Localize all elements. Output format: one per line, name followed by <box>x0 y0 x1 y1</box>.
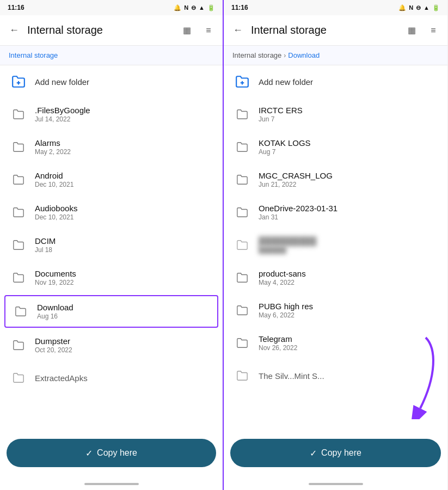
folder-date-audiobooks: Dec 10, 2021 <box>35 213 77 221</box>
folder-date-dumpster: Oct 20, 2022 <box>35 346 72 354</box>
folder-blurred[interactable]: ██████████ ██████ <box>224 229 447 261</box>
home-bar-left <box>84 483 139 485</box>
folder-date-onedrive: Jan 31 <box>259 213 337 221</box>
folder-icon-irctcers <box>232 105 252 124</box>
folder-name-onedrive: OneDrive-2023-01-31 <box>259 204 337 213</box>
folder-info-documents: Documents Nov 19, 2022 <box>35 269 76 286</box>
page-title-left: Internal storage <box>24 24 177 36</box>
folder-icon-android <box>9 170 28 189</box>
folder-name-download: Download <box>37 303 73 312</box>
battery-icon: 🔋 <box>207 4 215 11</box>
folder-kotaklogs[interactable]: KOTAK LOGS Aug 7 <box>224 131 447 163</box>
copy-here-button-left[interactable]: ✓ Copy here <box>7 439 216 467</box>
home-indicator-left <box>0 478 223 490</box>
folder-icon-alarms <box>9 137 28 157</box>
dnd-icon: ⊖ <box>191 4 196 11</box>
folder-android[interactable]: Android Dec 10, 2021 <box>0 163 223 196</box>
folder-filesbygogle[interactable]: .FilesByGoogle Jul 14, 2022 <box>0 98 223 131</box>
folder-onedrive[interactable]: OneDrive-2023-01-31 Jan 31 <box>224 196 447 229</box>
copy-label-left: Copy here <box>97 448 137 458</box>
add-folder-item-right[interactable]: Add new folder <box>224 65 447 98</box>
status-bar-left: 11:16 🔔 N ⊖ ▲ 🔋 <box>0 0 223 15</box>
folder-documents[interactable]: Documents Nov 19, 2022 <box>0 261 223 294</box>
sort-button-right[interactable]: ≡ <box>424 21 443 40</box>
folder-icon-mgccrashlog <box>232 170 252 189</box>
breadcrumb-left: Internal storage <box>0 46 223 65</box>
folder-info-dcim: DCIM Jul 18 <box>35 236 56 254</box>
folder-name-thesilv: The Silv...Mint S... <box>259 371 324 381</box>
grid-view-button-left[interactable]: ▦ <box>177 21 197 40</box>
folder-date-dcim: Jul 18 <box>35 246 56 254</box>
back-button-left[interactable]: ← <box>4 21 24 40</box>
folder-info-download: Download Aug 16 <box>37 303 73 320</box>
copy-here-button-right[interactable]: ✓ Copy here <box>230 439 441 467</box>
folder-info-mgccrashlog: MGC_CRASH_LOG Jun 21, 2022 <box>259 171 333 188</box>
folder-alarms[interactable]: Alarms May 2, 2022 <box>0 131 223 163</box>
folder-extractedapks[interactable]: ExtractedApks <box>0 362 223 394</box>
folder-name-dumpster: Dumpster <box>35 336 72 346</box>
folder-info-extractedapks: ExtractedApks <box>35 373 88 383</box>
folder-dcim[interactable]: DCIM Jul 18 <box>0 229 223 261</box>
folder-icon-documents <box>9 268 28 287</box>
wifi-icon: ▲ <box>199 4 205 11</box>
status-bar-right: 11:16 🔔 N ⊖ ▲ 🔋 <box>224 0 447 15</box>
folder-audiobooks[interactable]: Audiobooks Dec 10, 2021 <box>0 196 223 229</box>
folder-info-kotaklogs: KOTAK LOGS Aug 7 <box>259 138 311 156</box>
add-folder-info-right: Add new folder <box>259 77 313 87</box>
folder-name-blurred: ██████████ <box>259 236 316 246</box>
folder-icon-filesbygogle <box>9 105 28 124</box>
sort-button-left[interactable]: ≡ <box>199 21 218 40</box>
alarm-icon: 🔔 <box>174 4 181 11</box>
folder-irctcers[interactable]: IRCTC ERS Jun 7 <box>224 98 447 131</box>
folder-download[interactable]: Download Aug 16 <box>4 295 218 328</box>
wifi-icon-right: ▲ <box>424 4 429 11</box>
home-indicator-right <box>224 478 447 490</box>
folder-name-kotaklogs: KOTAK LOGS <box>259 138 311 148</box>
folder-pubghighres[interactable]: PUBG high res May 6, 2022 <box>224 294 447 327</box>
folder-telegram[interactable]: Telegram Nov 26, 2022 <box>224 327 447 359</box>
folder-info-blurred: ██████████ ██████ <box>259 236 316 254</box>
add-folder-item-left[interactable]: Add new folder <box>0 65 223 98</box>
breadcrumb-download[interactable]: Download <box>288 51 320 59</box>
folder-date-blurred: ██████ <box>259 246 316 254</box>
folder-productsans[interactable]: product-sans May 4, 2022 <box>224 261 447 294</box>
folder-icon-audiobooks <box>9 203 28 222</box>
breadcrumb-base-right[interactable]: Internal storage <box>232 51 281 59</box>
folder-icon-dcim <box>9 235 28 255</box>
folder-list-right: Add new folder IRCTC ERS Jun 7 <box>224 65 447 434</box>
folder-mgccrashlog[interactable]: MGC_CRASH_LOG Jun 21, 2022 <box>224 163 447 196</box>
folder-icon-telegram <box>232 333 252 353</box>
left-panel: 11:16 🔔 N ⊖ ▲ 🔋 ← Internal storage ▦ ≡ I… <box>0 0 224 490</box>
folder-date-documents: Nov 19, 2022 <box>35 279 76 286</box>
folder-name-dcim: DCIM <box>35 236 56 246</box>
folder-name-extractedapks: ExtractedApks <box>35 373 88 383</box>
folder-icon-dumpster <box>9 335 28 355</box>
alarm-icon-right: 🔔 <box>398 4 406 11</box>
back-button-right[interactable]: ← <box>228 21 248 40</box>
folder-dumpster[interactable]: Dumpster Oct 20, 2022 <box>0 329 223 362</box>
folder-icon-productsans <box>232 268 252 287</box>
folder-info-audiobooks: Audiobooks Dec 10, 2021 <box>35 204 77 221</box>
folder-name-mgccrashlog: MGC_CRASH_LOG <box>259 171 333 180</box>
grid-view-button-right[interactable]: ▦ <box>402 21 421 40</box>
folder-name-pubghighres: PUBG high res <box>259 302 313 311</box>
folder-name-alarms: Alarms <box>35 138 71 148</box>
folder-date-android: Dec 10, 2021 <box>35 181 73 188</box>
folder-info-android: Android Dec 10, 2021 <box>35 171 73 188</box>
folder-thesilv[interactable]: The Silv...Mint S... <box>224 359 447 392</box>
breadcrumb-arrow-right: › <box>284 52 286 59</box>
breadcrumb-internal-storage[interactable]: Internal storage <box>9 51 58 59</box>
folder-info-irctcers: IRCTC ERS Jun 7 <box>259 106 303 123</box>
home-bar-right <box>309 483 363 485</box>
folder-name-irctcers: IRCTC ERS <box>259 106 303 115</box>
folder-icon-kotaklogs <box>232 137 252 157</box>
page-title-right: Internal storage <box>248 24 402 36</box>
folder-date-irctcers: Jun 7 <box>259 115 303 123</box>
top-bar-left: ← Internal storage ▦ ≡ <box>0 15 223 46</box>
folder-icon-blurred <box>232 235 252 255</box>
folder-name-android: Android <box>35 171 73 180</box>
folder-name-filesbygogle: .FilesByGoogle <box>35 106 90 115</box>
folder-date-alarms: May 2, 2022 <box>35 148 71 156</box>
add-folder-label-left: Add new folder <box>35 77 89 87</box>
folder-info-alarms: Alarms May 2, 2022 <box>35 138 71 156</box>
